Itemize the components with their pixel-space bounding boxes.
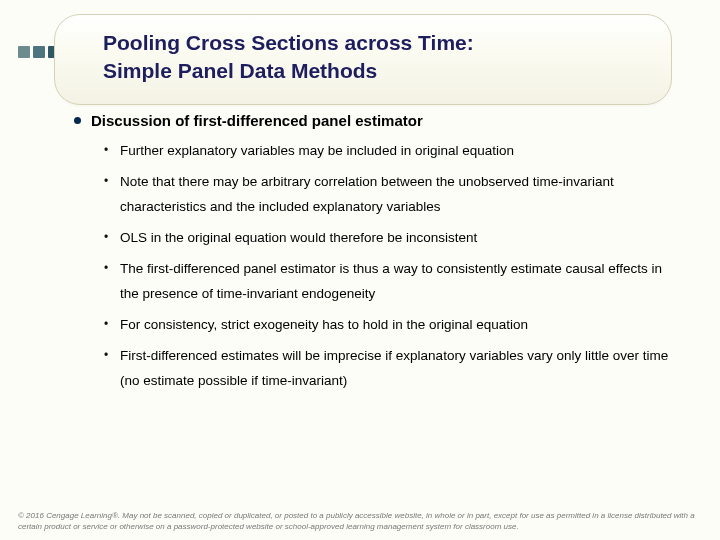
slide-title: Pooling Cross Sections across Time: Simp… bbox=[103, 29, 623, 86]
bullet-icon bbox=[74, 117, 81, 124]
copyright-footer: © 2016 Cengage Learning®. May not be sca… bbox=[18, 511, 700, 532]
title-line-2: Simple Panel Data Methods bbox=[103, 59, 377, 82]
list-item: Note that there may be arbitrary correla… bbox=[104, 170, 680, 220]
list-item: The first-differenced panel estimator is… bbox=[104, 257, 680, 307]
list-item: OLS in the original equation would there… bbox=[104, 226, 680, 251]
slide-body: Discussion of first-differenced panel es… bbox=[74, 112, 680, 400]
square-icon bbox=[18, 46, 30, 58]
title-line-1: Pooling Cross Sections across Time: bbox=[103, 31, 474, 54]
square-icon bbox=[33, 46, 45, 58]
list-item: First-differenced estimates will be impr… bbox=[104, 344, 680, 394]
slide-title-container: Pooling Cross Sections across Time: Simp… bbox=[54, 14, 672, 105]
lead-text: Discussion of first-differenced panel es… bbox=[91, 112, 423, 129]
list-item: For consistency, strict exogeneity has t… bbox=[104, 313, 680, 338]
list-item: Further explanatory variables may be inc… bbox=[104, 139, 680, 164]
lead-bullet-row: Discussion of first-differenced panel es… bbox=[74, 112, 680, 129]
sub-bullet-list: Further explanatory variables may be inc… bbox=[104, 139, 680, 394]
